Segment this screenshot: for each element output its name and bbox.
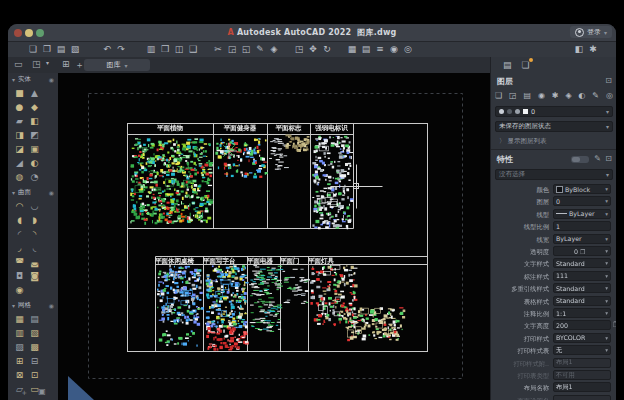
tool-icon[interactable]: ◜ — [12, 227, 27, 241]
tool-icon[interactable]: ▲ — [27, 86, 42, 100]
xref-icon[interactable]: ◎ — [401, 43, 415, 56]
undo-icon[interactable]: ↶ — [100, 43, 114, 56]
layer-lock-icon[interactable] — [515, 109, 520, 114]
tool-icon[interactable]: ◨ — [12, 128, 27, 142]
publish-icon[interactable]: ❑ — [186, 43, 200, 56]
drawing-area[interactable]: 平面植物平面健身器平面标志强弱电标识平面休闲桌椅平面写字台平面电器平面门平面灯具 — [58, 73, 490, 400]
property-value-field[interactable]: 0▾ — [553, 196, 611, 206]
lock-layer-icon[interactable]: ◈ — [565, 91, 571, 100]
view-cube-icon[interactable]: ◳ — [32, 59, 41, 69]
tool-icon[interactable]: ◔ — [27, 170, 42, 184]
tool-icon[interactable]: ◞ — [12, 241, 27, 255]
tool-icon[interactable]: ▧ — [27, 326, 42, 340]
tool-icon[interactable]: ● — [12, 100, 27, 114]
property-value-field[interactable]: Standard▾ — [553, 283, 611, 293]
layer-freeze-icon[interactable] — [507, 109, 512, 114]
redo-icon[interactable]: ↷ — [114, 43, 128, 56]
orbit-icon[interactable]: ↻ — [320, 43, 334, 56]
tool-icon[interactable]: ▦ — [12, 312, 27, 326]
tool-group-header[interactable]: ▾实体◉ — [8, 73, 58, 86]
delete-layer-icon[interactable]: ◲ — [509, 91, 517, 100]
property-value-field[interactable]: 布局1 — [553, 382, 611, 392]
page-setup-icon[interactable]: ◫ — [172, 43, 186, 56]
tool-icon[interactable]: ◉ — [12, 283, 27, 297]
tool-icon[interactable]: ◟ — [27, 241, 42, 255]
layer-color-swatch[interactable] — [523, 109, 528, 114]
panel-collapse-icon[interactable]: ⊡ — [605, 154, 612, 163]
insert-block-icon[interactable]: ◈ — [267, 43, 281, 56]
tool-icon[interactable]: ▩ — [27, 340, 42, 354]
layers-palette-icon[interactable]: ▤ — [503, 60, 512, 70]
zoom-window-icon[interactable]: ◳ — [292, 43, 306, 56]
tool-group-header[interactable]: ▾曲面◉ — [8, 186, 58, 199]
layer-settings-icon[interactable]: ◎ — [606, 91, 613, 100]
layers-icon[interactable]: ▤ — [359, 43, 373, 56]
property-value-field[interactable]: Standard▾ — [553, 296, 611, 306]
selection-dropdown[interactable]: 没有选择 ▾ — [495, 169, 613, 180]
tool-icon[interactable]: ▤ — [27, 312, 42, 326]
chevron-down-icon[interactable]: ▾ — [46, 59, 49, 66]
gear-icon[interactable]: ◉ — [49, 189, 54, 196]
paste-icon[interactable]: ◱ — [239, 43, 253, 56]
tool-icon[interactable]: ◩ — [27, 128, 42, 142]
layer-off-icon[interactable]: ◐ — [578, 91, 585, 100]
tool-group-header[interactable]: ▾网格◉ — [8, 299, 58, 312]
tool-icon[interactable]: ◙ — [27, 269, 42, 283]
save-icon[interactable]: ▤ — [54, 43, 68, 56]
new-layer-icon[interactable]: ❏ — [495, 91, 502, 100]
property-value-field[interactable]: BYCOLOR▾ — [553, 333, 611, 343]
tool-icon[interactable]: ◛ — [27, 255, 42, 269]
tool-icon[interactable]: ◪ — [12, 142, 27, 156]
cad-canvas[interactable] — [58, 73, 490, 400]
tool-icon[interactable]: ⊠ — [12, 368, 27, 382]
new-file-icon[interactable]: ❏ — [26, 43, 40, 56]
properties-list-icon[interactable]: ≡ — [373, 43, 387, 56]
drawing-tab[interactable]: 图库 ▾ — [84, 59, 150, 71]
tool-icon[interactable]: ◘ — [12, 269, 27, 283]
plot-icon[interactable]: ▥ — [144, 43, 158, 56]
tool-icon[interactable]: ▣ — [27, 142, 42, 156]
isolate-layer-icon[interactable]: ◉ — [538, 91, 545, 100]
tool-icon[interactable]: ◍ — [12, 170, 27, 184]
property-value-field[interactable]: ByBlock▾ — [553, 184, 611, 194]
property-value-field[interactable]: 111▾ — [553, 271, 611, 281]
property-value-field[interactable]: Standard▾ — [553, 258, 611, 268]
layer-states-icon[interactable]: ▤ — [524, 91, 532, 100]
tool-icon[interactable]: ◧ — [27, 114, 42, 128]
open-folder-icon[interactable]: ❐ — [40, 43, 54, 56]
tool-icon[interactable]: ⊞ — [12, 354, 27, 368]
panel-icon[interactable]: ▣ — [38, 387, 46, 398]
tool-icon[interactable]: ◖ — [12, 213, 27, 227]
freeze-layer-icon[interactable]: ✱ — [552, 91, 559, 100]
tool-icon[interactable]: ■ — [12, 86, 27, 100]
tool-icon[interactable]: ◢ — [12, 156, 27, 170]
property-value-field[interactable]: ByLayer▾ — [553, 209, 611, 219]
tool-icon[interactable]: ◝ — [27, 227, 42, 241]
copy-icon[interactable]: ◲ — [225, 43, 239, 56]
tool-icon[interactable]: ◗ — [27, 213, 42, 227]
measure-icon[interactable]: ▦ — [345, 43, 359, 56]
tool-icon[interactable]: ◡ — [27, 199, 42, 213]
current-layer-row[interactable]: 0 ▾ — [495, 106, 613, 117]
panel-collapse-icon[interactable]: ⊡ — [605, 76, 612, 85]
viewport-icon[interactable]: ▭ — [14, 59, 23, 69]
property-value-field[interactable]: 1 — [553, 221, 611, 231]
property-value-field[interactable]: 200 — [553, 320, 611, 330]
layer-state-dropdown[interactable]: 未保存的图层状态 ▾ — [495, 121, 613, 132]
properties-palette-icon[interactable]: ❏ — [522, 60, 530, 70]
add-tab-button[interactable]: ＋ — [75, 59, 84, 72]
reference-manager-icon[interactable]: ◧ — [572, 43, 586, 56]
tool-icon[interactable]: ⊟ — [27, 354, 42, 368]
transparency-icon[interactable]: ❐ — [580, 248, 585, 255]
tool-icon[interactable]: ◐ — [27, 156, 42, 170]
tool-icon[interactable]: ◚ — [12, 255, 27, 269]
layer-on-icon[interactable] — [499, 109, 504, 114]
property-value-field[interactable]: 1:1▾ — [553, 308, 611, 318]
properties-header-toggle[interactable] — [571, 156, 589, 163]
pan-hand-icon[interactable]: ✥ — [306, 43, 320, 56]
tool-icon[interactable]: ▥ — [12, 326, 27, 340]
property-value-field[interactable]: ByLayer▾ — [553, 234, 611, 244]
property-value-field[interactable]: 0❐▾ — [553, 246, 611, 256]
add-tool-button[interactable]: ＋ — [20, 387, 28, 398]
layout-grid-icon[interactable]: ⊞ — [62, 59, 70, 69]
